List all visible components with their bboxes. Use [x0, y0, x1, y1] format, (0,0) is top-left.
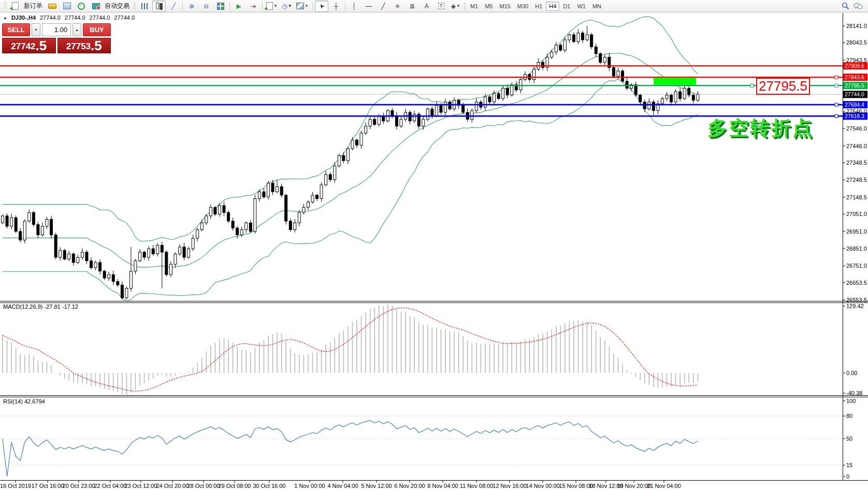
zoom-group: ⊕ ⊖ — [185, 1, 227, 12]
autoscroll-button[interactable]: ▶ — [232, 1, 245, 12]
cursor-button[interactable]: ➤ — [315, 1, 328, 12]
candle-body — [679, 92, 682, 98]
tile-windows-button[interactable] — [214, 1, 227, 12]
price-tick-label: 27348.5 — [846, 160, 867, 166]
candle-body — [6, 216, 8, 226]
candle-body — [218, 206, 221, 214]
templates-button[interactable]: ▼ — [295, 1, 310, 12]
chart-area[interactable]: 27909.627843.627795.527684.427618.327744… — [0, 12, 868, 491]
autotrade-label[interactable]: 自动交易 — [105, 2, 129, 10]
line-handle[interactable] — [750, 84, 754, 87]
candle-body — [697, 94, 699, 100]
candle-body — [320, 185, 323, 199]
candle-chart-button[interactable] — [152, 1, 166, 12]
tab-timeframe-m15[interactable]: M15 — [496, 2, 513, 11]
rsi-tick-label: 0 — [846, 473, 849, 480]
candle-body — [214, 207, 216, 214]
candle-body — [334, 166, 336, 180]
candle-body — [338, 155, 340, 166]
candle-body — [143, 252, 146, 257]
search-icon[interactable] — [842, 2, 849, 10]
buy-price[interactable]: 27753.5 — [57, 38, 111, 53]
zoom-out-button[interactable]: ⊖ — [199, 1, 213, 12]
periods-button[interactable]: ◷▼ — [280, 1, 294, 12]
vertical-line-icon: │ — [352, 3, 356, 10]
chart-shift-button[interactable]: ⇥ — [247, 1, 260, 12]
autotrade-button[interactable] — [89, 1, 103, 12]
sell-price[interactable]: 27742.5 — [2, 38, 56, 53]
candle-body — [551, 52, 553, 57]
text-button[interactable]: A — [420, 1, 433, 12]
sell-button[interactable]: SELL — [2, 23, 30, 36]
signals-button[interactable] — [75, 1, 88, 12]
macd-name: MACD(12,26,9) — [3, 304, 42, 310]
tab-timeframe-h4[interactable]: H4 — [546, 2, 559, 11]
line-handle[interactable] — [835, 84, 838, 87]
fibonacci-button[interactable]: ≣ — [406, 1, 419, 12]
arrows-button[interactable]: ◈▼ — [449, 1, 462, 12]
volume-increase-button[interactable]: ▲ — [73, 23, 81, 36]
candle-body — [183, 247, 185, 257]
chinese-note-annotation[interactable]: 多空转折点 — [707, 115, 814, 141]
text-label-button[interactable]: T — [435, 1, 448, 12]
candle-body — [563, 40, 566, 50]
market-watch-button[interactable] — [46, 1, 59, 12]
chat-icon[interactable] — [853, 3, 863, 10]
volume-input[interactable]: 1.00 — [42, 23, 71, 36]
line-chart-button[interactable]: ╱ — [167, 1, 180, 12]
line-chart-icon: ╱ — [171, 3, 175, 10]
price-marker-text: 27909.6 — [845, 63, 864, 69]
new-order-icon — [12, 2, 19, 10]
crosshair-button[interactable]: ┼ — [329, 1, 343, 12]
tab-timeframe-m30[interactable]: M30 — [514, 2, 531, 11]
tab-timeframe-mn[interactable]: MN — [589, 2, 604, 11]
candle-body — [156, 245, 159, 254]
buy-price-int: 27753 — [66, 41, 91, 52]
line-handle[interactable] — [835, 76, 838, 79]
trendline-button[interactable]: ╱ — [377, 1, 390, 12]
buy-button[interactable]: BUY — [83, 23, 111, 36]
price-marker-text: 27684.4 — [845, 102, 864, 108]
timeframe-group: M1M5M15M30H1H4D1W1MN — [467, 2, 604, 11]
candle-body — [232, 221, 234, 228]
candle-body — [50, 220, 53, 235]
tab-timeframe-h1[interactable]: H1 — [532, 2, 545, 11]
price-tick-label: 26851.0 — [846, 245, 867, 252]
drawing-group: │ — ╱ = ≣ A T ◈▼ — [348, 1, 462, 12]
symbol-title: DJ30-,H4 — [11, 15, 36, 21]
horizontal-line-button[interactable]: — — [362, 1, 375, 12]
indicators-button[interactable]: ▼ — [265, 1, 279, 12]
channel-button[interactable]: = — [391, 1, 404, 12]
candle-body — [692, 95, 695, 100]
candle-body — [294, 223, 296, 229]
line-handle[interactable] — [835, 103, 838, 106]
chart-canvas[interactable]: 27909.627843.627795.527684.427618.327744… — [0, 0, 868, 491]
candlestick-icon — [156, 3, 159, 9]
candle-body — [519, 80, 522, 90]
candle-body — [329, 175, 331, 180]
candle-body — [533, 69, 536, 80]
volume-decrease-button[interactable]: ▼ — [32, 23, 40, 36]
tab-timeframe-m1[interactable]: M1 — [467, 2, 481, 11]
time-tick-label: 24 Oct 20:00 — [156, 483, 189, 489]
zoom-in-button[interactable]: ⊕ — [185, 1, 198, 12]
candles-layer — [2, 26, 699, 300]
candle-body — [599, 54, 602, 63]
new-order-label[interactable]: 新订单 — [24, 2, 42, 10]
tab-timeframe-d1[interactable]: D1 — [560, 2, 573, 11]
price-tick-label: 27446.0 — [846, 143, 867, 149]
price-tag-annotation[interactable]: 27795.5 — [756, 78, 810, 95]
highlight-zone[interactable] — [654, 78, 696, 85]
chevron-down-icon: ▼ — [456, 4, 460, 8]
tab-timeframe-m5[interactable]: M5 — [482, 2, 496, 11]
tab-timeframe-w1[interactable]: W1 — [574, 2, 589, 11]
new-order-button[interactable] — [8, 1, 22, 12]
line-handle[interactable] — [835, 114, 838, 118]
collapse-toggle[interactable]: ▲ — [3, 16, 7, 20]
autoscroll-icon: ▶ — [236, 3, 241, 10]
bar-chart-button[interactable] — [138, 1, 151, 12]
navigator-button[interactable] — [60, 1, 74, 12]
price-tick-label: 26951.0 — [846, 228, 867, 235]
vertical-line-button[interactable]: │ — [348, 1, 361, 12]
rsi-tick-label: 15 — [846, 462, 852, 468]
